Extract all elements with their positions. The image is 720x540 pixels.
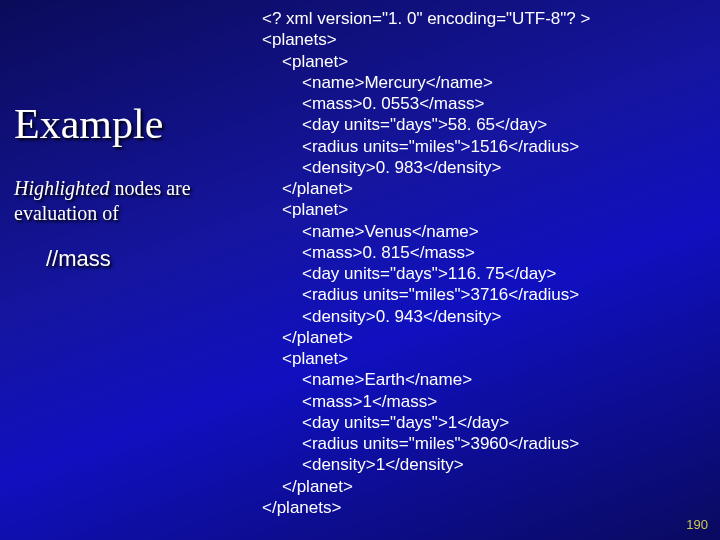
slide: Example Highlighted nodes are evaluation… [0, 0, 720, 540]
planet3-density: <density>1</density> [302, 454, 590, 475]
planet2-radius: <radius units="miles">3716</radius> [302, 284, 590, 305]
planet3-day: <day units="days">1</day> [302, 412, 590, 433]
planet3-name: <name>Earth</name> [302, 369, 590, 390]
planet-open: <planet> [282, 51, 590, 72]
planet2-density: <density>0. 943</density> [302, 306, 590, 327]
planets-open: <planets> [262, 29, 590, 50]
planet1-density: <density>0. 983</density> [302, 157, 590, 178]
subtitle-italic: Highlighted [14, 177, 110, 199]
planet-open: <planet> [282, 199, 590, 220]
planet-close: </planet> [282, 327, 590, 348]
left-column: Example Highlighted nodes are evaluation… [14, 100, 244, 272]
planet-open: <planet> [282, 348, 590, 369]
planet2-day: <day units="days">116. 75</day> [302, 263, 590, 284]
page-number: 190 [686, 517, 708, 532]
planet2-name: <name>Venus</name> [302, 221, 590, 242]
planet1-day: <day units="days">58. 65</day> [302, 114, 590, 135]
planet-close: </planet> [282, 178, 590, 199]
planet3-mass: <mass>1</mass> [302, 391, 590, 412]
planet-close: </planet> [282, 476, 590, 497]
planet2-mass: <mass>0. 815</mass> [302, 242, 590, 263]
planet1-name: <name>Mercury</name> [302, 72, 590, 93]
planet3-radius: <radius units="miles">3960</radius> [302, 433, 590, 454]
planets-close: </planets> [262, 497, 590, 518]
xml-code-block: <? xml version="1. 0" encoding="UTF-8"? … [262, 8, 590, 518]
planet1-radius: <radius units="miles">1516</radius> [302, 136, 590, 157]
page-title: Example [14, 100, 244, 148]
xpath-expression: //mass [46, 246, 244, 272]
planet1-mass: <mass>0. 0553</mass> [302, 93, 590, 114]
subtitle: Highlighted nodes are evaluation of [14, 176, 244, 226]
xml-declaration: <? xml version="1. 0" encoding="UTF-8"? … [262, 8, 590, 29]
